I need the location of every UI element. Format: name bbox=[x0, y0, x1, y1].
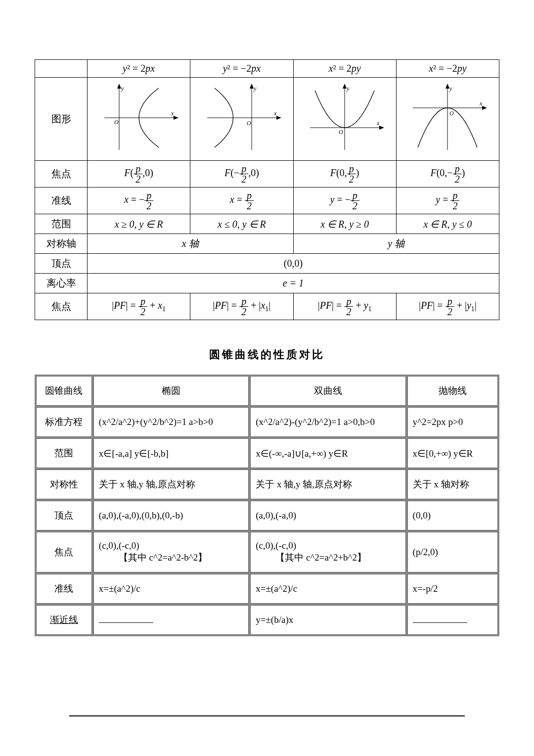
row-focus-label: 焦点 bbox=[35, 161, 88, 188]
focal-3: |PF| = p2 + y1 bbox=[293, 293, 396, 320]
focus-2: F(−p2,0) bbox=[190, 161, 293, 188]
focus-4: F(0,−p2) bbox=[396, 161, 499, 188]
table-row: 焦点 |PF| = p2 + x1 |PF| = p2 + |x1| |PF| … bbox=[35, 293, 499, 320]
focal-2: |PF| = p2 + |x1| bbox=[190, 293, 293, 320]
svg-text:y: y bbox=[449, 85, 452, 92]
row-focal-label: 焦点 bbox=[35, 293, 88, 320]
table-row: 准线 x=±(a^2)/c x=±(a^2)/c x=-p/2 bbox=[36, 574, 498, 604]
focus-1: F(p2,0) bbox=[88, 161, 190, 188]
r6: 准线 bbox=[36, 574, 92, 604]
r4c3: (0,0) bbox=[407, 501, 498, 530]
svg-marker-22 bbox=[445, 84, 449, 89]
blank-dash-icon bbox=[99, 617, 153, 623]
eq-y2-neg2px: y² = −2px bbox=[190, 60, 293, 78]
table-row: 范围 x ≥ 0, y ∈ R x ≤ 0, y ∈ R x ∈ R, y ≥ … bbox=[35, 214, 499, 234]
r1c2: (x^2/a^2)-(y^2/b^2)=1 a>0,b>0 bbox=[250, 407, 405, 437]
table-row: 范围 x∈[-a,a] y∈[-b,b] x∈(-∞,-a]∪[a,+∞) y∈… bbox=[36, 438, 498, 468]
axis-x: x 轴 bbox=[88, 234, 294, 254]
focus-3: F(0,p2) bbox=[293, 161, 396, 188]
r6c3: x=-p/2 bbox=[407, 574, 498, 604]
r5c2: (c,0),(-c,0) 【其中 c^2=a^2+b^2】 bbox=[250, 532, 405, 572]
r5: 焦点 bbox=[36, 532, 92, 572]
svg-text:O: O bbox=[114, 119, 119, 126]
table-row: 渐近线 y=±(b/a)x bbox=[36, 605, 498, 635]
row-range-label: 范围 bbox=[35, 214, 88, 234]
svg-marker-3 bbox=[174, 116, 178, 120]
shape-down-open: y x O bbox=[396, 78, 499, 161]
r4: 顶点 bbox=[36, 501, 92, 530]
table-row: y² = 2px y² = −2px x² = 2py x² = −2py bbox=[35, 60, 499, 78]
shape-up-open: y x O bbox=[293, 78, 396, 161]
row-directrix-label: 准线 bbox=[35, 188, 88, 214]
r1: 标准方程 bbox=[36, 407, 92, 437]
svg-marker-17 bbox=[379, 126, 384, 130]
focal-1: |PF| = p2 + x1 bbox=[88, 293, 190, 320]
r4c1: (a,0),(-a,0),(0,b),(0,-b) bbox=[93, 501, 249, 530]
svg-text:x: x bbox=[273, 110, 277, 117]
table-row: 圆锥曲线 椭圆 双曲线 抛物线 bbox=[36, 376, 498, 406]
svg-text:y: y bbox=[121, 85, 124, 92]
r3c1: 关于 x 轴,y 轴,原点对称 bbox=[93, 470, 249, 499]
range-4: x ∈ R, y ≤ 0 bbox=[396, 214, 499, 234]
vertex-all: (0,0) bbox=[88, 254, 499, 274]
row-shape-label: 图形 bbox=[35, 78, 88, 161]
asymptote-link[interactable]: 渐近线 bbox=[50, 614, 78, 625]
footer-rule bbox=[69, 715, 465, 716]
r2: 范围 bbox=[36, 438, 92, 468]
r3c2: 关于 x 轴,y 轴,原点对称 bbox=[250, 470, 405, 499]
svg-text:O: O bbox=[449, 110, 454, 117]
svg-text:O: O bbox=[339, 129, 343, 136]
table-row: 图形 y x O y x O bbox=[35, 78, 499, 161]
table-row: 标准方程 (x^2/a^2)+(y^2/b^2)=1 a>b>0 (x^2/a^… bbox=[36, 407, 498, 437]
range-2: x ≤ 0, y ∈ R bbox=[190, 214, 293, 234]
parabola-right-icon: y x O bbox=[94, 81, 183, 155]
focal-4: |PF| = p2 + |y1| bbox=[396, 293, 499, 320]
r1c3: y^2=2px p>0 bbox=[407, 407, 498, 437]
svg-text:y: y bbox=[346, 85, 350, 92]
svg-text:O: O bbox=[247, 120, 251, 127]
svg-marker-10 bbox=[276, 116, 281, 120]
parabola-properties-table: y² = 2px y² = −2px x² = 2py x² = −2py 图形… bbox=[35, 59, 499, 320]
parabola-left-icon: y x O bbox=[197, 81, 286, 155]
r5c2a: (c,0),(-c,0) bbox=[256, 540, 296, 551]
h-parabola: 抛物线 bbox=[407, 376, 498, 406]
svg-text:x: x bbox=[171, 110, 174, 117]
r5c1: (c,0),(-c,0) 【其中 c^2=a^2-b^2】 bbox=[93, 532, 249, 572]
svg-text:x: x bbox=[376, 120, 380, 127]
r5c1a: (c,0),(-c,0) bbox=[99, 540, 139, 551]
r5c2b: 【其中 c^2=a^2+b^2】 bbox=[256, 551, 366, 564]
r3: 对称性 bbox=[36, 470, 92, 499]
directrix-2: x = p2 bbox=[190, 188, 293, 214]
axis-y: y 轴 bbox=[293, 234, 499, 254]
shape-left-open: y x O bbox=[190, 78, 293, 161]
table-row: 对称轴 x 轴 y 轴 bbox=[35, 234, 499, 254]
parabola-down-icon: y x O bbox=[403, 81, 492, 155]
range-3: x ∈ R, y ≥ 0 bbox=[293, 214, 396, 234]
directrix-3: y = −p2 bbox=[293, 188, 396, 214]
r5c1b: 【其中 c^2=a^2-b^2】 bbox=[99, 551, 207, 564]
comparison-title: 圆锥曲线的性质对比 bbox=[35, 347, 499, 362]
table-row: 离心率 e = 1 bbox=[35, 274, 499, 293]
table-row: 对称性 关于 x 轴,y 轴,原点对称 关于 x 轴,y 轴,原点对称 关于 x… bbox=[36, 470, 498, 499]
table-row: 顶点 (0,0) bbox=[35, 254, 499, 274]
row-ecc-label: 离心率 bbox=[35, 274, 88, 293]
r4c2: (a,0),(-a,0) bbox=[250, 501, 405, 530]
r6c2: x=±(a^2)/c bbox=[250, 574, 405, 604]
svg-text:x: x bbox=[479, 100, 483, 107]
r3c3: 关于 x 轴对称 bbox=[407, 470, 498, 499]
eq-x2-2py: x² = 2py bbox=[293, 60, 396, 78]
h0: 圆锥曲线 bbox=[36, 376, 92, 406]
page: y² = 2px y² = −2px x² = 2py x² = −2py 图形… bbox=[0, 0, 534, 756]
eq-x2-neg2py: x² = −2py bbox=[396, 60, 499, 78]
r7c1 bbox=[93, 605, 249, 635]
r5c3: (p/2,0) bbox=[407, 532, 498, 572]
svg-marker-24 bbox=[482, 106, 487, 110]
ecc-all: e = 1 bbox=[88, 274, 499, 293]
directrix-1: x = −p2 bbox=[88, 188, 190, 214]
conic-comparison-table: 圆锥曲线 椭圆 双曲线 抛物线 标准方程 (x^2/a^2)+(y^2/b^2)… bbox=[35, 375, 499, 636]
parabola-up-icon: y x O bbox=[300, 81, 389, 155]
range-1: x ≥ 0, y ∈ R bbox=[88, 214, 190, 234]
row-vertex-label: 顶点 bbox=[35, 254, 88, 274]
row-axis-label: 对称轴 bbox=[35, 234, 88, 254]
table-row: 焦点 (c,0),(-c,0) 【其中 c^2=a^2-b^2】 (c,0),(… bbox=[36, 532, 498, 572]
